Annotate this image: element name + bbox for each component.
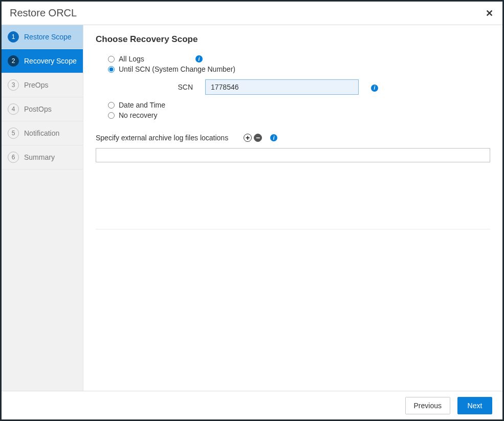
scn-label: SCN [108, 83, 205, 91]
step-number: 2 [8, 55, 19, 67]
step-label: Summary [24, 153, 55, 161]
step-label: Recovery Scope [24, 57, 77, 65]
close-icon[interactable]: ✕ [484, 7, 495, 20]
step-number: 6 [8, 152, 19, 163]
step-label: PostOps [24, 105, 52, 113]
divider [96, 229, 490, 229]
recovery-scope-radio-group-2: Date and Time No recovery [96, 101, 490, 119]
sidebar-step-postops[interactable]: 4 PostOps [2, 97, 83, 121]
step-number: 5 [8, 128, 19, 139]
radio-no-recovery[interactable] [108, 112, 115, 119]
remove-location-button[interactable]: − [254, 134, 262, 142]
sidebar-step-recovery-scope[interactable]: 2 Recovery Scope [2, 49, 83, 73]
scn-input-row: SCN i [96, 79, 490, 95]
radio-row-all-logs: All Logs i [108, 55, 490, 63]
dialog-footer: Previous Next [2, 391, 502, 419]
page-heading: Choose Recovery Scope [96, 34, 490, 45]
step-number: 1 [8, 31, 19, 43]
recovery-scope-radio-group: All Logs i Until SCN (System Change Numb… [96, 55, 490, 73]
step-number: 4 [8, 103, 19, 115]
archive-section-label-row: Specify external archive log files locat… [96, 134, 490, 142]
step-label: PreOps [24, 81, 48, 89]
step-label: Restore Scope [24, 33, 72, 41]
sidebar-step-restore-scope[interactable]: 1 Restore Scope [2, 25, 83, 49]
radio-all-logs[interactable] [108, 56, 115, 62]
radio-date-time[interactable] [108, 102, 115, 109]
add-location-button[interactable]: + [244, 134, 252, 142]
info-icon[interactable]: i [270, 134, 277, 141]
wizard-sidebar: 1 Restore Scope 2 Recovery Scope 3 PreOp… [2, 25, 83, 391]
radio-label: All Logs [119, 55, 195, 63]
info-icon[interactable]: i [371, 85, 378, 92]
sidebar-step-summary[interactable]: 6 Summary [2, 145, 83, 170]
radio-row-no-recovery: No recovery [108, 111, 490, 119]
dialog-body: 1 Restore Scope 2 Recovery Scope 3 PreOp… [2, 25, 502, 391]
radio-row-until-scn: Until SCN (System Change Number) [108, 65, 490, 73]
radio-until-scn[interactable] [108, 66, 115, 73]
main-panel: Choose Recovery Scope All Logs i Until S… [83, 25, 502, 391]
radio-label: Until SCN (System Change Number) [119, 65, 235, 73]
archive-label: Specify external archive log files locat… [96, 134, 228, 142]
step-number: 3 [8, 79, 19, 91]
archive-locations-box[interactable] [96, 148, 490, 162]
radio-row-date-time: Date and Time [108, 101, 490, 109]
restore-dialog: Restore ORCL ✕ 1 Restore Scope 2 Recover… [0, 0, 504, 421]
sidebar-step-notification[interactable]: 5 Notification [2, 121, 83, 145]
radio-label: Date and Time [119, 101, 165, 109]
step-label: Notification [24, 129, 59, 137]
titlebar: Restore ORCL ✕ [2, 2, 502, 25]
radio-label: No recovery [119, 111, 157, 119]
previous-button[interactable]: Previous [405, 397, 450, 414]
info-icon[interactable]: i [195, 55, 203, 62]
next-button[interactable]: Next [457, 397, 492, 414]
dialog-title: Restore ORCL [10, 7, 77, 19]
sidebar-step-preops[interactable]: 3 PreOps [2, 73, 83, 97]
scn-input[interactable] [205, 79, 359, 95]
